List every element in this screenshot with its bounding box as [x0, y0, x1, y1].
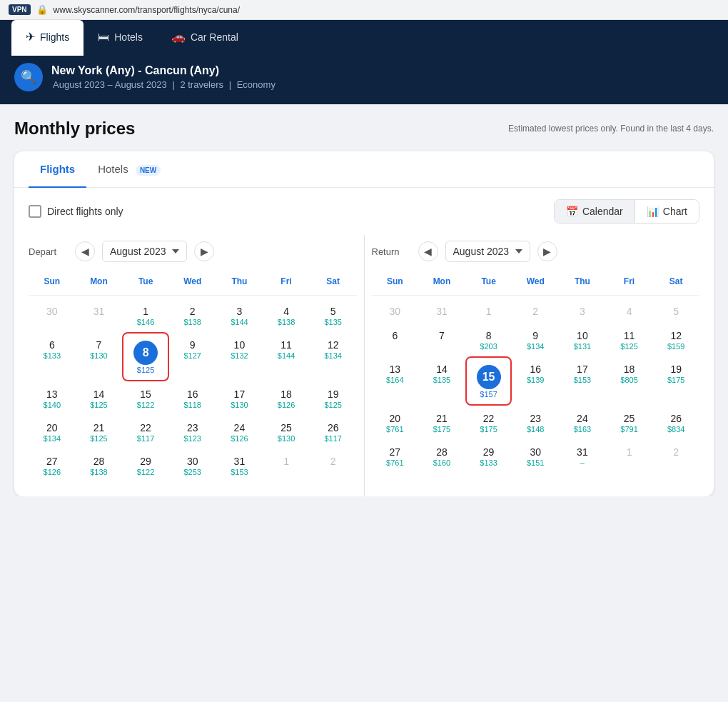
cal-cell[interactable]: 6$133 — [29, 332, 76, 381]
cal-cell[interactable]: 1$146 — [122, 299, 169, 332]
cal-cell[interactable]: 10$132 — [216, 332, 263, 381]
cal-cell[interactable]: 8$203 — [465, 323, 512, 356]
day-price: $157 — [468, 390, 510, 398]
cal-cell[interactable]: 4 — [606, 299, 653, 323]
cal-cell[interactable]: 24$126 — [216, 415, 263, 448]
return-prev-button[interactable]: ◀ — [418, 241, 438, 261]
cal-cell[interactable]: 31– — [559, 439, 606, 473]
cal-cell[interactable]: 1 — [606, 439, 653, 473]
cal-cell[interactable]: 11$144 — [263, 332, 310, 381]
page-title: Monthly prices — [14, 119, 135, 139]
cal-cell[interactable]: 3 — [559, 299, 606, 323]
cal-cell[interactable]: 8$125 — [122, 332, 169, 381]
cal-cell[interactable]: 4$138 — [263, 299, 310, 332]
cal-cell[interactable]: 20$134 — [29, 415, 76, 448]
rday-mon: Mon — [418, 274, 465, 289]
hotels-tab[interactable]: Hotels NEW — [86, 151, 172, 188]
cal-cell[interactable]: 31 — [76, 299, 123, 332]
depart-month-select[interactable]: August 2023 — [102, 241, 187, 262]
day-num: 18 — [264, 388, 308, 400]
cal-cell[interactable]: 17$153 — [559, 356, 606, 406]
cal-cell[interactable]: 29$122 — [122, 448, 169, 482]
cal-cell[interactable]: 19$175 — [652, 356, 699, 406]
cal-cell[interactable]: 14$125 — [76, 381, 123, 415]
tab-hotels[interactable]: 🛏 Hotels — [84, 21, 157, 56]
search-route: New York (Any) - Cancun (Any) — [51, 64, 277, 77]
day-price: $125 — [311, 401, 355, 409]
search-button[interactable]: 🔍 — [14, 63, 43, 91]
cal-cell[interactable]: 1 — [263, 448, 310, 482]
cal-cell[interactable]: 14$135 — [418, 356, 465, 406]
cal-cell[interactable]: 30 — [372, 299, 419, 323]
cal-cell[interactable]: 2 — [310, 448, 357, 482]
search-bar: 🔍 New York (Any) - Cancun (Any) August 2… — [0, 56, 728, 104]
chart-icon: 📊 — [647, 206, 659, 217]
return-next-button[interactable]: ▶ — [537, 241, 557, 261]
day-num: 8 — [133, 341, 158, 365]
tab-car-label: Car Rental — [191, 31, 238, 43]
cal-cell[interactable]: 1 — [465, 299, 512, 323]
cal-cell[interactable]: 25$791 — [606, 406, 653, 439]
cal-cell[interactable]: 27$761 — [372, 439, 419, 473]
cal-cell[interactable]: 7$130 — [76, 332, 123, 381]
cal-cell[interactable]: 17$130 — [216, 381, 263, 415]
cal-cell[interactable]: 31 — [418, 299, 465, 323]
cal-cell[interactable]: 18$126 — [263, 381, 310, 415]
cal-cell[interactable]: 2$138 — [169, 299, 216, 332]
cal-cell[interactable]: 21$125 — [76, 415, 123, 448]
cal-cell[interactable]: 26$834 — [652, 406, 699, 439]
tab-flights-label: Flights — [40, 31, 69, 43]
cal-cell[interactable]: 12$134 — [310, 332, 357, 381]
cal-cell[interactable]: 19$125 — [310, 381, 357, 415]
cal-cell[interactable]: 10$131 — [559, 323, 606, 356]
cal-cell[interactable]: 30 — [29, 299, 76, 332]
return-month-select[interactable]: August 2023 — [445, 241, 530, 262]
day-price: $160 — [420, 458, 464, 467]
cal-cell[interactable]: 22$175 — [465, 406, 512, 439]
cal-cell[interactable]: 5$135 — [310, 299, 357, 332]
checkbox-box[interactable] — [29, 205, 41, 218]
cal-cell[interactable]: 23$123 — [169, 415, 216, 448]
cal-cell[interactable]: 5 — [652, 299, 699, 323]
cal-cell[interactable]: 9$134 — [512, 323, 559, 356]
cal-cell[interactable]: 13$140 — [29, 381, 76, 415]
cal-cell[interactable]: 13$164 — [372, 356, 419, 406]
cal-cell[interactable]: 27$126 — [29, 448, 76, 482]
calendar-view-button[interactable]: 📅 Calendar — [555, 200, 635, 223]
cal-cell[interactable]: 28$138 — [76, 448, 123, 482]
cal-cell[interactable]: 16$118 — [169, 381, 216, 415]
cal-cell[interactable]: 28$160 — [418, 439, 465, 473]
flights-tab[interactable]: Flights — [29, 151, 86, 188]
cal-cell[interactable]: 7 — [418, 323, 465, 356]
cal-cell[interactable]: 15$122 — [122, 381, 169, 415]
cal-cell[interactable]: 20$761 — [372, 406, 419, 439]
tab-flights[interactable]: ✈ Flights — [11, 20, 84, 56]
cal-cell[interactable]: 24$163 — [559, 406, 606, 439]
cal-cell[interactable]: 21$175 — [418, 406, 465, 439]
cal-cell[interactable]: 29$133 — [465, 439, 512, 473]
tab-car-rental[interactable]: 🚗 Car Rental — [157, 20, 253, 56]
cal-cell[interactable]: 18$805 — [606, 356, 653, 406]
depart-prev-button[interactable]: ◀ — [75, 241, 95, 261]
day-price: $117 — [311, 434, 355, 443]
cal-cell[interactable]: 25$130 — [263, 415, 310, 448]
depart-next-button[interactable]: ▶ — [194, 241, 214, 261]
cal-cell[interactable]: 23$148 — [512, 406, 559, 439]
day-price: $131 — [560, 342, 605, 351]
cal-cell[interactable]: 31$153 — [216, 448, 263, 482]
cal-cell[interactable]: 15$157 — [465, 356, 512, 406]
cal-cell[interactable]: 6 — [372, 323, 419, 356]
cal-cell[interactable]: 22$117 — [122, 415, 169, 448]
cal-cell[interactable]: 30$151 — [512, 439, 559, 473]
chart-view-button[interactable]: 📊 Chart — [635, 200, 699, 223]
cal-cell[interactable]: 2 — [652, 439, 699, 473]
cal-cell[interactable]: 26$117 — [310, 415, 357, 448]
direct-flights-checkbox[interactable]: Direct flights only — [29, 205, 123, 218]
cal-cell[interactable]: 12$159 — [652, 323, 699, 356]
cal-cell[interactable]: 2 — [512, 299, 559, 323]
cal-cell[interactable]: 9$127 — [169, 332, 216, 381]
cal-cell[interactable]: 30$253 — [169, 448, 216, 482]
cal-cell[interactable]: 16$139 — [512, 356, 559, 406]
cal-cell[interactable]: 3$144 — [216, 299, 263, 332]
cal-cell[interactable]: 11$125 — [606, 323, 653, 356]
